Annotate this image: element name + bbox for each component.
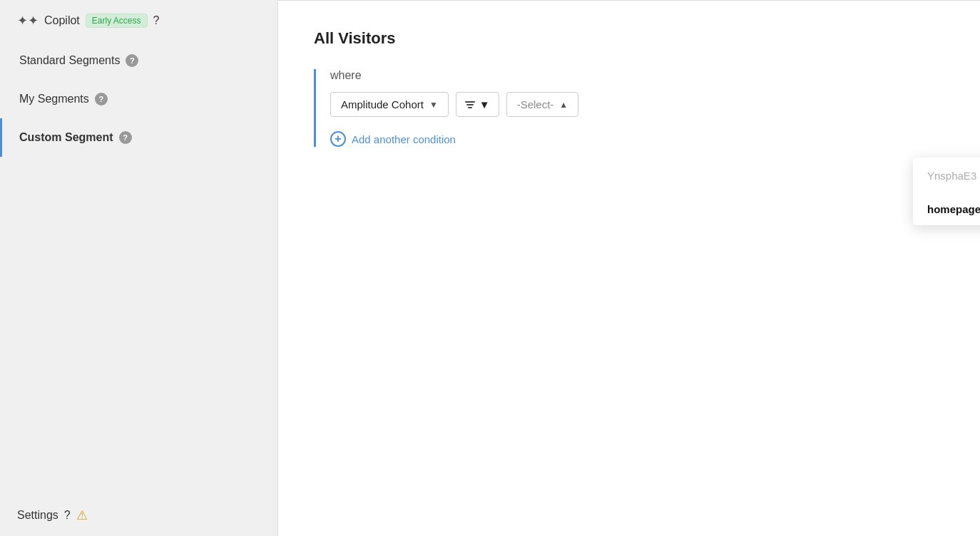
settings-label: Settings (17, 509, 58, 522)
amplitude-cohort-button[interactable]: Amplitude Cohort ▼ (330, 92, 449, 117)
select-dropdown-popup: YnsphaE3 ⚠ homepageVisitors (913, 158, 980, 225)
option-homepage-visitors-label: homepageVisitors (927, 203, 980, 215)
amplitude-cohort-arrow-icon: ▼ (429, 100, 438, 110)
filter-button[interactable]: ▼ (456, 92, 499, 117)
add-condition-label: Add another condition (352, 133, 456, 145)
dropdown-option-homepage-visitors[interactable]: homepageVisitors (913, 193, 980, 225)
sidebar-item-settings[interactable]: Settings ? ⚠ (0, 495, 277, 536)
amplitude-cohort-label: Amplitude Cohort (341, 98, 424, 110)
sidebar-item-custom-segment[interactable]: Custom Segment ? (0, 118, 277, 157)
dropdown-option-ynsphaE3[interactable]: YnsphaE3 ⚠ (913, 158, 980, 193)
settings-help-icon[interactable]: ? (64, 509, 71, 522)
early-access-badge: Early Access (86, 14, 148, 28)
where-label: where (330, 69, 944, 82)
sidebar: ✦✦ Copilot Early Access ? Standard Segme… (0, 0, 278, 536)
filter-arrow-icon: ▼ (479, 98, 490, 110)
copilot-label: Copilot (44, 14, 80, 27)
sidebar-item-copilot[interactable]: ✦✦ Copilot Early Access ? (0, 0, 277, 41)
main-content: All Visitors where Amplitude Cohort ▼ ▼ (278, 0, 980, 536)
copilot-icon: ✦✦ (17, 13, 39, 29)
sidebar-item-standard-segments[interactable]: Standard Segments ? (0, 41, 277, 80)
select-label: -Select- (517, 98, 554, 110)
page-title: All Visitors (314, 29, 944, 48)
filter-lines-icon (465, 101, 475, 108)
condition-block: where Amplitude Cohort ▼ ▼ (314, 69, 944, 147)
custom-segment-label: Custom Segment (19, 131, 113, 144)
custom-segment-help-icon[interactable]: ? (119, 131, 132, 144)
settings-warning-icon: ⚠ (76, 507, 88, 523)
my-segments-help-icon[interactable]: ? (95, 93, 108, 105)
add-condition-plus-icon: + (330, 131, 346, 147)
sidebar-item-my-segments[interactable]: My Segments ? (0, 80, 277, 118)
my-segments-label: My Segments (19, 93, 89, 105)
select-button[interactable]: -Select- ▲ (506, 92, 579, 117)
condition-row: Amplitude Cohort ▼ ▼ -Select- ▲ (330, 92, 944, 117)
add-condition-row[interactable]: + Add another condition (330, 131, 944, 147)
standard-segments-label: Standard Segments (19, 54, 120, 67)
select-arrow-icon: ▲ (559, 100, 568, 110)
standard-segments-help-icon[interactable]: ? (126, 54, 138, 67)
copilot-help-icon[interactable]: ? (153, 14, 160, 27)
option-ynsphaE3-label: YnsphaE3 (927, 170, 976, 182)
